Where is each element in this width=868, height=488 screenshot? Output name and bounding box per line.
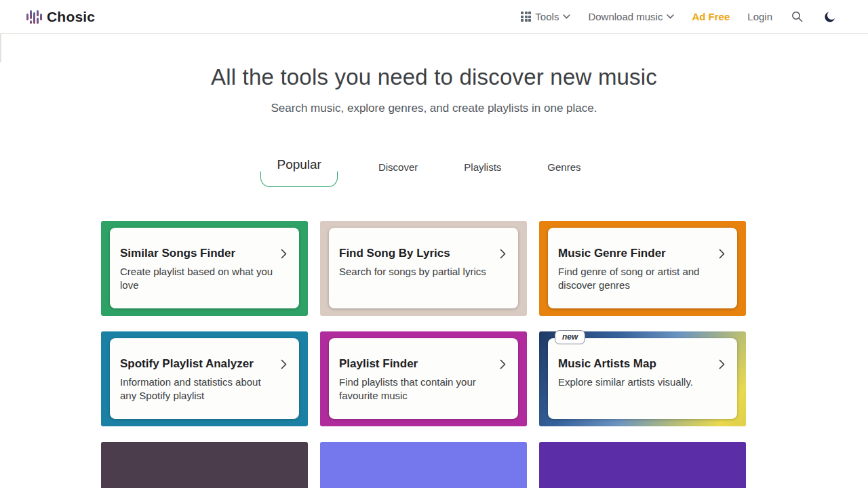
tool-card-find-song-by-lyrics[interactable]: Find Song By Lyrics Search for songs by … xyxy=(320,221,527,316)
card-title: Find Song By Lyrics xyxy=(339,247,450,260)
card-title: Music Genre Finder xyxy=(558,247,666,260)
nav-download-music[interactable]: Download music xyxy=(588,11,674,22)
tool-card-similar-songs-finder[interactable]: Similar Songs Finder Create playlist bas… xyxy=(101,221,308,316)
card-title: Similar Songs Finder xyxy=(120,247,235,260)
chevron-right-icon xyxy=(500,249,506,259)
nav-download-label: Download music xyxy=(588,11,663,22)
tool-card-music-genre-finder[interactable]: Music Genre Finder Find genre of song or… xyxy=(539,221,746,316)
tools-grid: Similar Songs Finder Create playlist bas… xyxy=(101,221,746,488)
tab-playlists[interactable]: Playlists xyxy=(458,159,507,182)
dark-mode-toggle[interactable] xyxy=(822,9,838,25)
card-description: Find playlists that contain your favouri… xyxy=(339,375,495,403)
tool-card-partial-3[interactable] xyxy=(539,442,746,488)
chevron-down-icon xyxy=(667,14,674,19)
card-description: Search for songs by partial lyrics xyxy=(339,265,495,279)
grid-icon xyxy=(521,12,531,22)
tool-card-playlist-finder[interactable]: Playlist Finder Find playlists that cont… xyxy=(320,331,527,426)
tool-card-partial-1[interactable] xyxy=(101,442,308,488)
card-description: Find genre of song or artist and discove… xyxy=(558,265,714,292)
main-content: All the tools you need to discover new m… xyxy=(0,0,868,488)
card-title: Playlist Finder xyxy=(339,357,418,371)
new-badge: new xyxy=(555,330,585,344)
moon-icon xyxy=(823,10,837,24)
card-description: Explore similar artists visually. xyxy=(558,375,714,389)
tab-genres[interactable]: Genres xyxy=(542,159,586,182)
tool-category-tabs: Popular Discover Playlists Genres xyxy=(101,157,746,183)
search-icon xyxy=(791,11,803,22)
chevron-right-icon xyxy=(500,359,506,369)
card-description: Create playlist based on what you love xyxy=(120,265,276,292)
card-title: Music Artists Map xyxy=(558,357,656,371)
page-subtitle: Search music, explore genres, and create… xyxy=(0,102,868,115)
nav-tools-label: Tools xyxy=(535,11,559,22)
chevron-right-icon xyxy=(719,359,725,369)
chevron-right-icon xyxy=(281,359,287,369)
nav-login[interactable]: Login xyxy=(747,11,772,22)
left-edge-divider xyxy=(0,34,1,62)
card-title: Spotify Playlist Analyzer xyxy=(120,357,254,371)
tab-popular[interactable]: Popular xyxy=(260,157,338,183)
nav-tools[interactable]: Tools xyxy=(521,11,570,22)
chevron-right-icon xyxy=(281,249,287,259)
nav-ad-free-label: Ad Free xyxy=(692,11,730,22)
tab-discover[interactable]: Discover xyxy=(373,159,423,182)
nav-login-label: Login xyxy=(747,11,772,22)
nav-links: Tools Download music Ad Free Login xyxy=(521,9,838,25)
nav-ad-free[interactable]: Ad Free xyxy=(692,11,730,22)
page: Chosic Tools Download music Ad Free Logi… xyxy=(0,0,868,488)
tool-card-spotify-playlist-analyzer[interactable]: Spotify Playlist Analyzer Information an… xyxy=(101,331,308,426)
tool-card-music-artists-map[interactable]: new Music Artists Map Explore similar ar… xyxy=(539,331,746,426)
page-title: All the tools you need to discover new m… xyxy=(0,64,868,90)
top-nav: Chosic Tools Download music Ad Free Logi… xyxy=(0,0,868,34)
search-button[interactable] xyxy=(790,9,804,24)
chevron-down-icon xyxy=(563,14,570,19)
logo[interactable]: Chosic xyxy=(26,8,95,26)
card-description: Information and statistics about any Spo… xyxy=(120,375,276,403)
brand-name: Chosic xyxy=(47,9,95,25)
chevron-right-icon xyxy=(719,249,725,259)
tool-card-partial-2[interactable] xyxy=(320,442,527,488)
equalizer-bars-icon xyxy=(26,8,42,26)
